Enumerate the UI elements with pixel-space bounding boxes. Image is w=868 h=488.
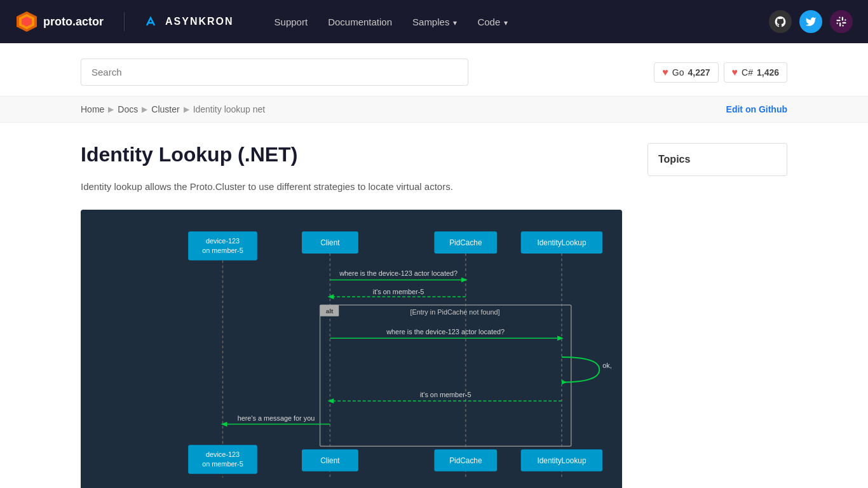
svg-text:device-123: device-123 [206, 451, 240, 458]
nav-icons [769, 10, 853, 33]
svg-text:it's on member-5: it's on member-5 [373, 288, 424, 295]
github-button[interactable] [769, 10, 792, 33]
nav-support[interactable]: Support [275, 17, 308, 27]
proto-actor-logo [15, 10, 38, 33]
nav-code[interactable]: Code [477, 17, 508, 27]
svg-text:on member-5: on member-5 [202, 247, 243, 254]
asynkron-text: ASYNKRON [165, 16, 234, 27]
breadcrumb-sep-3: ▶ [184, 105, 189, 114]
breadcrumb-section: Home ▶ Docs ▶ Cluster ▶ Identity lookup … [0, 96, 868, 123]
like-csharp-button[interactable]: ♥ C# 1,426 [724, 62, 787, 83]
asynkron-brand[interactable]: ASYNKRON [145, 14, 234, 29]
svg-text:[Entry in PidCache not found]: [Entry in PidCache not found] [410, 308, 499, 316]
svg-text:Client: Client [320, 238, 340, 247]
go-label: Go [672, 67, 684, 78]
breadcrumb-current: Identity lookup net [193, 104, 266, 114]
asynkron-logo-icon [145, 14, 160, 29]
csharp-label: C# [742, 67, 753, 78]
svg-rect-4 [91, 226, 612, 477]
svg-text:ok, found it: ok, found it [602, 362, 612, 369]
edit-on-github-link[interactable]: Edit on Github [726, 104, 787, 114]
topics-title: Topics [658, 154, 776, 165]
svg-text:device-123: device-123 [206, 237, 240, 245]
svg-text:alt: alt [326, 308, 334, 315]
content-area: Identity Lookup (.NET) Identity lookup a… [81, 143, 622, 488]
nav-samples[interactable]: Samples [412, 17, 457, 27]
breadcrumb-docs[interactable]: Docs [118, 104, 138, 114]
github-icon [774, 15, 787, 28]
code-chevron [503, 17, 508, 27]
breadcrumb-home[interactable]: Home [81, 104, 104, 114]
samples-chevron [452, 17, 457, 27]
diagram-container: device-123 on member-5 Client PidCache I… [81, 210, 622, 488]
brand[interactable]: proto.actor [15, 10, 104, 33]
svg-text:IdentityLookup: IdentityLookup [537, 238, 586, 247]
search-input-wrap [81, 58, 468, 86]
svg-text:on member-5: on member-5 [202, 460, 243, 468]
go-count: 4,227 [688, 67, 710, 78]
search-section: ♥ Go 4,227 ♥ C# 1,426 [0, 43, 868, 96]
sequence-diagram: device-123 on member-5 Client PidCache I… [91, 225, 612, 479]
twitter-button[interactable] [799, 10, 822, 33]
breadcrumb: Home ▶ Docs ▶ Cluster ▶ Identity lookup … [81, 104, 265, 114]
svg-text:IdentityLookup: IdentityLookup [537, 456, 586, 465]
navbar-divider [124, 12, 125, 31]
topics-box: Topics [648, 143, 787, 176]
slack-icon [836, 16, 847, 27]
svg-text:where is the device-123 actor : where is the device-123 actor located? [339, 269, 458, 277]
svg-text:it's on member-5: it's on member-5 [420, 391, 471, 398]
main-content: Identity Lookup (.NET) Identity lookup a… [0, 123, 868, 488]
svg-text:where is the device-123 actor : where is the device-123 actor located? [386, 328, 505, 336]
like-buttons: ♥ Go 4,227 ♥ C# 1,426 [654, 62, 787, 83]
page-title: Identity Lookup (.NET) [81, 143, 622, 166]
like-go-button[interactable]: ♥ Go 4,227 [654, 62, 718, 83]
svg-text:PidCache: PidCache [449, 238, 482, 247]
breadcrumb-sep-2: ▶ [142, 105, 147, 114]
navbar: proto.actor ASYNKRON Support Documentati… [0, 0, 868, 43]
breadcrumb-cluster[interactable]: Cluster [151, 104, 179, 114]
slack-button[interactable] [830, 10, 853, 33]
svg-text:Client: Client [320, 456, 340, 465]
heart-csharp-icon: ♥ [732, 67, 738, 78]
svg-text:PidCache: PidCache [449, 456, 482, 465]
main-nav: Support Documentation Samples Code [275, 17, 508, 27]
nav-documentation[interactable]: Documentation [328, 17, 392, 27]
brand-name: proto.actor [43, 15, 104, 29]
breadcrumb-sep-1: ▶ [108, 105, 114, 114]
page-intro: Identity lookup allows the Proto.Cluster… [81, 179, 622, 194]
svg-text:here's a message for you: here's a message for you [238, 414, 315, 422]
csharp-count: 1,426 [757, 67, 779, 78]
topics-sidebar: Topics [648, 143, 787, 488]
search-input[interactable] [81, 58, 468, 86]
heart-go-icon: ♥ [662, 67, 668, 78]
twitter-icon [805, 16, 817, 27]
